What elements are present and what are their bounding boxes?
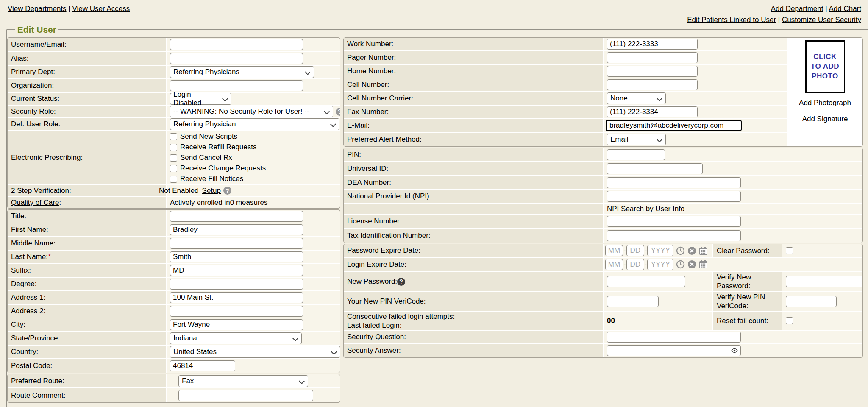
degree-row: Degree: bbox=[8, 278, 340, 291]
cell-number-input[interactable] bbox=[607, 79, 698, 90]
primary-dept-select[interactable]: Referring Physicians bbox=[170, 66, 314, 78]
password-expire-row: Password Expire Date: - - Clear Password… bbox=[344, 244, 862, 258]
failed-attempts-label: Consecutive failed login attempts:Last f… bbox=[344, 312, 604, 330]
cell-carrier-row: Cell Number Carrier: None bbox=[344, 92, 787, 106]
clear-date-icon[interactable] bbox=[687, 246, 696, 255]
receive-fill-notices-checkbox[interactable] bbox=[170, 176, 177, 183]
receive-change-requests-checkbox[interactable] bbox=[170, 165, 177, 172]
home-number-row: Home Number: bbox=[344, 65, 787, 78]
clear-password-checkbox[interactable] bbox=[786, 247, 793, 254]
def-user-role-select[interactable]: Referring Physician bbox=[170, 118, 339, 130]
view-departments-link[interactable]: View Departments bbox=[8, 5, 67, 13]
password-expire-mm-input[interactable] bbox=[605, 245, 623, 256]
universal-id-input[interactable] bbox=[607, 163, 703, 174]
def-user-role-row: Def. User Role: Referring Physician bbox=[8, 118, 340, 131]
npi-input[interactable] bbox=[607, 191, 741, 202]
suffix-input[interactable] bbox=[170, 265, 303, 276]
security-role-select[interactable]: -- WARNING: No Security Role for User! -… bbox=[170, 106, 333, 117]
cell-carrier-select[interactable]: None bbox=[607, 92, 666, 104]
customize-user-security-link[interactable]: Customize User Security bbox=[782, 16, 861, 24]
calendar-icon[interactable] bbox=[699, 260, 708, 269]
security-answer-input[interactable] bbox=[607, 345, 741, 356]
login-expire-yyyy-input[interactable] bbox=[647, 259, 673, 270]
dea-number-row: DEA Number: bbox=[344, 176, 862, 190]
title-input[interactable] bbox=[170, 211, 303, 222]
postal-code-input[interactable] bbox=[170, 360, 235, 371]
tax-id-input[interactable] bbox=[607, 230, 741, 241]
address1-input[interactable] bbox=[170, 292, 303, 303]
quality-of-care-link[interactable]: Quality of Care bbox=[11, 198, 59, 207]
clock-icon[interactable] bbox=[676, 260, 685, 269]
pager-number-input[interactable] bbox=[607, 52, 698, 63]
help-icon[interactable] bbox=[397, 278, 405, 286]
send-cancel-rx-checkbox[interactable] bbox=[170, 154, 177, 162]
two-step-setup-link[interactable]: Setup bbox=[202, 187, 221, 195]
security-question-input[interactable] bbox=[607, 332, 741, 343]
last-name-input[interactable] bbox=[170, 251, 303, 262]
current-status-select[interactable]: Login Disabled bbox=[170, 93, 231, 105]
receive-refill-requests-checkbox[interactable] bbox=[170, 144, 177, 151]
home-number-input[interactable] bbox=[607, 66, 698, 77]
reset-fail-count-checkbox[interactable] bbox=[786, 317, 793, 324]
photo-placeholder-line: TO ADD bbox=[811, 62, 839, 71]
clock-icon[interactable] bbox=[676, 246, 685, 255]
email-input[interactable] bbox=[606, 120, 742, 131]
help-icon[interactable] bbox=[223, 187, 231, 195]
city-row: City: bbox=[8, 318, 340, 332]
suffix-row: Suffix: bbox=[8, 264, 340, 278]
add-signature-link[interactable]: Add Signature bbox=[802, 115, 848, 123]
username-input[interactable] bbox=[170, 39, 303, 50]
clear-date-icon[interactable] bbox=[687, 260, 696, 269]
add-photograph-link[interactable]: Add Photograph bbox=[799, 99, 851, 107]
preferred-route-select[interactable]: Fax bbox=[178, 375, 308, 387]
add-photo-placeholder[interactable]: CLICK TO ADD PHOTO bbox=[805, 40, 845, 93]
npi-row: National Provider Id (NPI): bbox=[344, 190, 862, 204]
view-user-access-link[interactable]: View User Access bbox=[72, 5, 130, 13]
license-number-input[interactable] bbox=[607, 216, 741, 227]
dea-number-input[interactable] bbox=[607, 177, 741, 188]
add-department-link[interactable]: Add Department bbox=[771, 5, 823, 13]
degree-input[interactable] bbox=[170, 279, 303, 290]
fax-number-input[interactable] bbox=[607, 106, 698, 117]
verify-new-password-label: Verify New Password: bbox=[712, 272, 782, 291]
identifiers-table: PIN: Universal ID: DEA Number: National … bbox=[343, 148, 863, 243]
alias-label: Alias: bbox=[8, 52, 167, 65]
primary-dept-label: Primary Dept: bbox=[8, 66, 167, 78]
middle-name-input[interactable] bbox=[170, 238, 303, 249]
work-number-row: Work Number: bbox=[344, 38, 787, 51]
send-new-scripts-checkbox[interactable] bbox=[170, 133, 177, 140]
organization-input[interactable] bbox=[170, 80, 303, 91]
preferred-alert-select[interactable]: Email bbox=[607, 134, 666, 145]
npi-search-link[interactable]: NPI Search by User Info bbox=[607, 205, 684, 213]
verify-pin-vericode-label: Verify New PIN VeriCode: bbox=[712, 292, 782, 311]
eye-icon[interactable] bbox=[731, 347, 738, 356]
password-expire-yyyy-input[interactable] bbox=[647, 245, 673, 256]
alias-input[interactable] bbox=[170, 53, 303, 64]
city-input[interactable] bbox=[170, 319, 303, 330]
help-icon[interactable] bbox=[336, 108, 340, 116]
pin-vericode-input[interactable] bbox=[607, 296, 659, 307]
verify-new-password-input[interactable] bbox=[786, 276, 863, 287]
verify-pin-vericode-input[interactable] bbox=[786, 296, 837, 307]
calendar-icon[interactable] bbox=[699, 246, 708, 255]
chevron-down-icon bbox=[324, 109, 330, 114]
route-comment-input[interactable] bbox=[178, 390, 313, 401]
login-expire-dd-input[interactable] bbox=[626, 259, 644, 270]
state-select[interactable]: Indiana bbox=[170, 332, 302, 344]
first-name-input[interactable] bbox=[170, 224, 303, 235]
login-expire-label: Login Expire Date: bbox=[344, 258, 604, 271]
middle-name-row: Middle Name: bbox=[8, 237, 340, 251]
security-question-row: Security Question: bbox=[344, 331, 862, 344]
password-expire-dd-input[interactable] bbox=[626, 245, 644, 256]
state-value: Indiana bbox=[173, 334, 197, 343]
edit-patients-linked-link[interactable]: Edit Patients Linked to User bbox=[687, 16, 776, 24]
pin-input[interactable] bbox=[607, 149, 665, 160]
new-password-input[interactable] bbox=[607, 276, 685, 287]
country-select[interactable]: United States bbox=[170, 346, 340, 358]
new-password-label: New Password: bbox=[344, 272, 604, 291]
work-number-input[interactable] bbox=[607, 39, 698, 50]
address2-input[interactable] bbox=[170, 306, 303, 317]
add-chart-link[interactable]: Add Chart bbox=[829, 5, 861, 13]
login-expire-mm-input[interactable] bbox=[605, 259, 623, 270]
preferred-alert-row: Preferred Alert Method: Email bbox=[344, 133, 787, 146]
